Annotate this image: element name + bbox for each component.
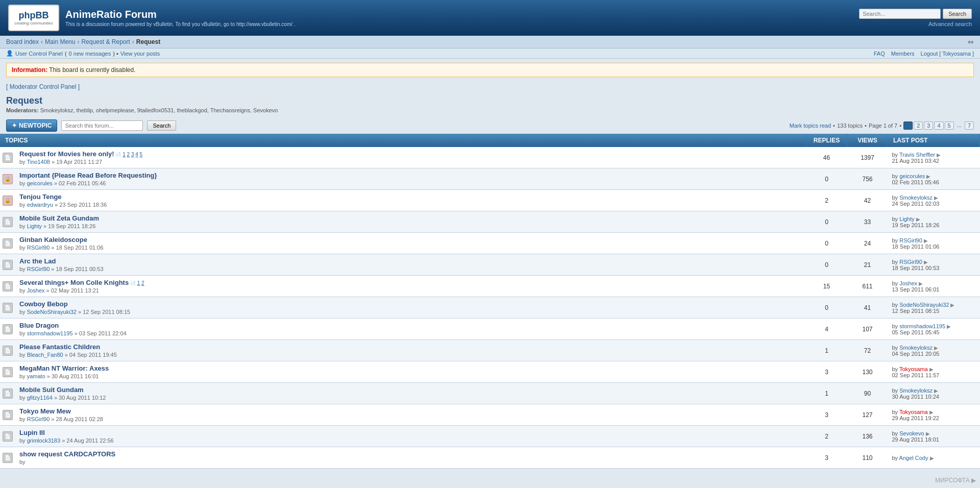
lastpost-author-link[interactable]: geicorules <box>899 173 925 179</box>
topic-title-link[interactable]: Mobile Suit Gundam <box>19 386 84 394</box>
topic-title-link[interactable]: Cowboy Bebop <box>19 300 68 308</box>
topic-icon: 📄 <box>3 217 13 227</box>
topic-page-link[interactable]: 5 <box>140 152 143 157</box>
topic-page-link[interactable]: 4 <box>135 152 138 157</box>
lastpost-cell: by Smokeyloksz ▶04 Sep 2011 20:05 <box>888 340 980 361</box>
topic-icon: 📄 <box>3 431 13 442</box>
page-num-7[interactable]: 7 <box>965 121 974 130</box>
lastpost-author-link[interactable]: RSGirl90 <box>899 237 922 243</box>
modpanel-link[interactable]: [ Moderator Control Panel ] <box>6 83 80 90</box>
topic-author-link[interactable]: Tino1408 <box>27 159 50 165</box>
topic-info-cell: Several things+ Mon Colle Knights 📄 1 2b… <box>15 276 806 297</box>
topic-author-link[interactable]: RSGirl90 <box>27 245 50 251</box>
lastpost-author-link[interactable]: Smokeyloksz <box>899 345 933 351</box>
lastpost-author-link[interactable]: Smokeyloksz <box>899 194 933 201</box>
topic-author-link[interactable]: edwardryu <box>27 202 53 208</box>
replies-cell: 1 <box>806 383 847 404</box>
page-num-3[interactable]: 3 <box>924 121 933 130</box>
topic-author-link[interactable]: stormshadow1195 <box>27 330 73 336</box>
topic-page-link[interactable]: 2 <box>127 152 130 157</box>
topic-info-cell: Mobile Suit Zeta Gundamby Lighty » 19 Se… <box>15 211 806 233</box>
topic-icon-cell: 📄 <box>0 254 15 276</box>
lastpost-date: 21 Aug 2011 03:42 <box>892 158 939 164</box>
new-topic-button[interactable]: ✦ NEWTOPIC <box>6 119 57 132</box>
topic-author-link[interactable]: Joshex <box>27 287 45 294</box>
page-num-2[interactable]: 2 <box>914 121 923 130</box>
page-num-4[interactable]: 4 <box>934 121 943 130</box>
forum-search-button[interactable]: Search <box>147 120 176 131</box>
topic-title-link[interactable]: Arc the Lad <box>19 257 56 265</box>
mark-topics-link[interactable]: Mark topics read <box>790 123 831 129</box>
topic-icon: 📄 <box>3 281 13 291</box>
topic-title-link[interactable]: Tenjou Tenge <box>19 193 62 201</box>
topic-author-link[interactable]: SodeNoShirayuki32 <box>27 309 77 315</box>
toolbar-right: Mark topics read • 133 topics • Page 1 o… <box>790 121 974 130</box>
replies-cell: 0 <box>806 254 847 276</box>
topic-title-link[interactable]: Ginban Kaleidoscope <box>19 236 87 243</box>
topic-title-link[interactable]: Blue Dragon <box>19 322 59 329</box>
topic-page-link[interactable]: 3 <box>131 152 134 157</box>
page-num-1[interactable]: 1 <box>903 121 913 130</box>
breadcrumb-board-index[interactable]: Board index <box>6 38 39 45</box>
topic-title-link[interactable]: Mobile Suit Zeta Gundam <box>19 214 99 222</box>
search-input[interactable] <box>859 9 941 19</box>
moderators-label: Moderators: <box>6 107 39 113</box>
topic-author-link[interactable]: Lighty <box>27 223 42 229</box>
topic-title-link[interactable]: MegaMan NT Warrior: Axess <box>19 364 109 372</box>
breadcrumb-request-report[interactable]: Request & Report <box>81 38 130 45</box>
topic-title-link[interactable]: Please Fantastic Children <box>19 343 100 351</box>
lastpost-author-link[interactable]: SodeNoShirayuki32 <box>899 302 949 308</box>
topic-title-link[interactable]: Several things+ Mon Colle Knights <box>19 279 129 286</box>
lastpost-date: 19 Sep 2011 18:26 <box>892 222 940 228</box>
lastpost-author-link[interactable]: Tokyosama <box>899 409 928 415</box>
ucp-link[interactable]: User Control Panel <box>15 51 63 57</box>
forum-search-input[interactable] <box>61 120 143 131</box>
replies-cell: 0 <box>806 297 847 319</box>
topic-author-link[interactable]: grimlock3183 <box>27 437 60 444</box>
topic-title-link[interactable]: Lupin III <box>19 429 45 436</box>
members-link[interactable]: Members <box>891 51 915 57</box>
resize-icon[interactable]: ⇔ <box>968 38 974 46</box>
breadcrumb-main-menu[interactable]: Main Menu <box>45 38 75 45</box>
lastpost-author-link[interactable]: Lighty <box>899 216 914 222</box>
topic-author-link[interactable]: gfitzy1164 <box>27 395 53 401</box>
page-label: • <box>865 123 867 129</box>
topic-title-link[interactable]: Important {Please Read Before Requesting… <box>19 172 157 179</box>
view-posts-link[interactable]: View your posts <box>120 51 160 57</box>
views-cell: 110 <box>847 447 888 469</box>
topic-title-link[interactable]: Tokyo Mew Mew <box>19 407 71 415</box>
page-num-5[interactable]: 5 <box>945 121 954 130</box>
new-messages-link[interactable]: 0 new messages <box>69 51 111 57</box>
lastpost-author-link[interactable]: Tokyosama <box>899 366 928 372</box>
topic-page-link[interactable]: 1 <box>137 280 140 286</box>
search-button[interactable]: Search <box>943 9 972 19</box>
topic-info-cell: MegaMan NT Warrior: Axessby yamato » 30 … <box>15 361 806 383</box>
topic-title-link[interactable]: Request for Movies here only! <box>19 150 114 158</box>
navbar: Board index ‹ Main Menu ‹ Request & Repo… <box>0 36 980 48</box>
lastpost-date: 18 Sep 2011 00:53 <box>892 265 940 271</box>
views-cell: 72 <box>847 340 888 361</box>
breadcrumb: Board index ‹ Main Menu ‹ Request & Repo… <box>6 38 160 45</box>
lastpost-author-link[interactable]: Angel Cody <box>899 455 928 461</box>
topic-author-link[interactable]: Bleach_Fan80 <box>27 352 63 358</box>
topic-author-link[interactable]: geicorules <box>27 180 53 186</box>
topic-title-link[interactable]: show request CARDCAPTORS <box>19 450 115 458</box>
topic-page-link[interactable]: 1 <box>122 152 126 157</box>
lastpost-date: 02 Feb 2011 05:46 <box>892 179 939 185</box>
topic-author-link[interactable]: RSGirl90 <box>27 266 50 272</box>
lastpost-author-link[interactable]: Sevokevo <box>899 430 924 436</box>
topic-info-cell: Request for Movies here only! 📄 1 2 3 4 … <box>15 147 806 168</box>
topic-page-link[interactable]: 2 <box>141 280 144 286</box>
topic-author-link[interactable]: yamato <box>27 373 45 379</box>
logo-area: phpBB creating communities AnimeRatio Fo… <box>8 5 296 31</box>
table-row: 📄Request for Movies here only! 📄 1 2 3 4… <box>0 147 980 168</box>
lastpost-author-link[interactable]: RSGirl90 <box>899 259 922 265</box>
lastpost-author-link[interactable]: Joshex <box>899 280 917 286</box>
lastpost-author-link[interactable]: Smokeyloksz <box>899 387 933 394</box>
advanced-search-link[interactable]: Advanced search <box>928 21 972 27</box>
faq-link[interactable]: FAQ <box>874 51 885 57</box>
topic-author-link[interactable]: RSGirl90 <box>27 416 50 422</box>
lastpost-author-link[interactable]: Travis Sheffler <box>899 152 935 158</box>
lastpost-author-link[interactable]: stormshadow1195 <box>899 323 945 329</box>
logout-link[interactable]: Logout [ Tokyosama ] <box>921 51 974 57</box>
